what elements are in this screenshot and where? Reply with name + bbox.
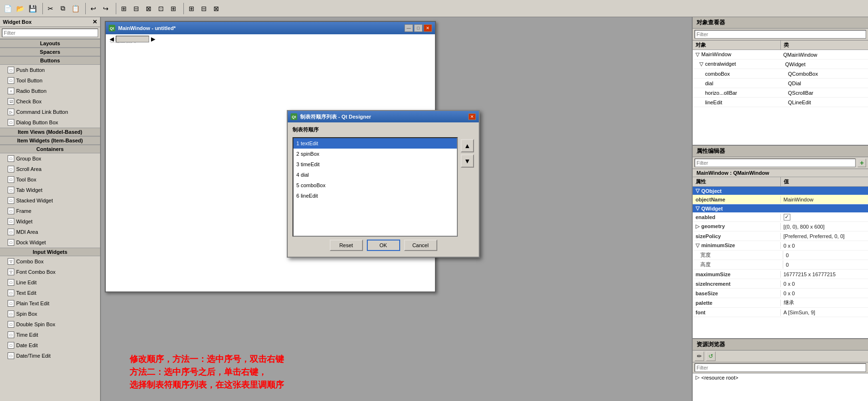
tab-order-dialog[interactable]: Qt 制表符顺序列表 - Qt Designer ✕ 制表符顺序 1 textE…	[287, 110, 480, 258]
wb-item-dialog-button-box[interactable]: □Dialog Button Box	[0, 117, 100, 128]
minimumsize-expand[interactable]: ▽	[696, 242, 699, 248]
prop-name-sizepolicy: sizePolicy	[693, 233, 781, 240]
qt-content[interactable]: 在这里输入 0:00 ▲ ▼	[106, 34, 435, 47]
prop-row-sizeincrement[interactable]: sizeIncrement 0 x 0	[693, 279, 868, 289]
wb-item-tool-box[interactable]: □Tool Box	[0, 174, 100, 185]
resource-browser-filter-input[interactable]	[695, 363, 866, 372]
canvas-area[interactable]: Qt MainWindow - untitled* — □ ✕ 在这里输入	[101, 17, 692, 401]
canvas-scrollbar[interactable]: ◀ ▶	[110, 36, 155, 42]
wb-item-stacked-widget[interactable]: □Stacked Widget	[0, 195, 100, 206]
prop-row-minimumsize[interactable]: ▽minimumSize 0 x 0	[693, 241, 868, 251]
prop-section-qobject-expand[interactable]: ▽	[696, 188, 699, 194]
qt-close-button[interactable]: ✕	[424, 24, 432, 32]
dialog-close-button[interactable]: ✕	[468, 113, 476, 120]
dialog-listbox[interactable]: 1 textEdit 2 spinBox 3 timeEdit 4 dial 5…	[293, 137, 458, 237]
dialog-cancel-button[interactable]: Cancel	[404, 240, 437, 251]
resource-edit-button[interactable]: ✏	[695, 351, 704, 361]
dialog-reset-button[interactable]: Reset	[330, 240, 363, 251]
dialog-list-item-1[interactable]: 1 textEdit	[293, 138, 457, 149]
obj-row-centralwidget[interactable]: ▽centralwidget QWidget	[693, 60, 868, 69]
wb-item-command-link-button[interactable]: ▷Command Link Button	[0, 107, 100, 117]
scroll-left-arrow[interactable]: ◀	[110, 36, 114, 42]
dialog-list-item-5[interactable]: 5 comboBox	[293, 180, 457, 190]
open-button[interactable]: 📂	[14, 3, 26, 14]
new-button[interactable]: 📄	[2, 3, 13, 14]
wb-item-tab-widget[interactable]: □Tab Widget	[0, 185, 100, 195]
wb-item-datetime-edit[interactable]: □Date/Time Edit	[0, 351, 100, 361]
qt-minimize-button[interactable]: —	[404, 24, 413, 32]
wb-item-check-box[interactable]: ☑Check Box	[0, 96, 100, 107]
paste-button[interactable]: 📋	[70, 3, 81, 14]
align-center-button[interactable]: ⊟	[131, 3, 142, 14]
wb-item-time-edit[interactable]: □Time Edit	[0, 330, 100, 340]
wb-item-tool-button[interactable]: □Tool Button	[0, 75, 100, 86]
wb-item-scroll-area[interactable]: □Scroll Area	[0, 164, 100, 174]
prop-row-basesize[interactable]: baseSize 0 x 0	[693, 289, 868, 298]
prop-row-maximumsize[interactable]: maximumSize 16777215 x 16777215	[693, 270, 868, 279]
resource-refresh-button[interactable]: ↺	[706, 351, 716, 361]
wb-item-dock-widget[interactable]: □Dock Widget	[0, 237, 100, 248]
cut-button[interactable]: ✂	[45, 3, 56, 14]
dialog-move-up-button[interactable]: ▲	[461, 139, 474, 152]
dialog-ok-button[interactable]: OK	[367, 240, 400, 251]
enabled-checkbox[interactable]: ✓	[784, 214, 790, 221]
align-left-button[interactable]: ⊞	[118, 3, 130, 14]
dialog-list-item-6[interactable]: 6 lineEdit	[293, 190, 457, 201]
prop-row-width[interactable]: 宽度 0	[693, 251, 868, 260]
scroll-thumb[interactable]	[116, 36, 149, 42]
prop-row-palette[interactable]: palette 继承	[693, 298, 868, 308]
wb-item-mdi-area[interactable]: □MDI Area	[0, 227, 100, 237]
wb-item-push-button[interactable]: □Push Button	[0, 65, 100, 75]
prop-row-font[interactable]: font A [SimSun, 9]	[693, 308, 868, 317]
wb-item-widget[interactable]: □Widget	[0, 216, 100, 227]
obj-row-dial[interactable]: dial QDial	[693, 79, 868, 88]
obj-row-lineedit[interactable]: lineEdit QLineEdit	[693, 98, 868, 107]
undo-button[interactable]: ↩	[88, 3, 99, 14]
prop-row-geometry[interactable]: ▷geometry [(0, 0), 800 x 600]	[693, 222, 868, 231]
property-add-button[interactable]: +	[858, 159, 866, 167]
grid-layout-button[interactable]: ⊟	[198, 3, 210, 14]
wb-item-line-edit[interactable]: □Line Edit	[0, 277, 100, 288]
obj-expand-centralwidget[interactable]: ▽	[699, 61, 703, 67]
obj-row-scrollbar[interactable]: horizo...ollBar QScrollBar	[693, 88, 868, 98]
prop-row-enabled[interactable]: enabled ✓	[693, 212, 868, 222]
dialog-list-item-4[interactable]: 4 dial	[293, 170, 457, 180]
wb-item-font-combo-box[interactable]: ▽Font Combo Box	[0, 267, 100, 277]
splitter-button[interactable]: ⊠	[211, 3, 222, 14]
save-button[interactable]: 💾	[27, 3, 38, 14]
prop-row-height[interactable]: 高度 0	[693, 260, 868, 270]
wb-item-plain-text-edit[interactable]: □Plain Text Edit	[0, 298, 100, 309]
wb-item-radio-button[interactable]: ○Radio Button	[0, 86, 100, 96]
wb-item-frame[interactable]: □Frame	[0, 206, 100, 216]
wb-item-date-edit[interactable]: □Date Edit	[0, 340, 100, 351]
align-right-button[interactable]: ⊠	[143, 3, 154, 14]
copy-button[interactable]: ⧉	[57, 3, 69, 14]
wb-item-text-edit[interactable]: □Text Edit	[0, 288, 100, 298]
dialog-move-down-button[interactable]: ▼	[461, 154, 474, 168]
redo-button[interactable]: ↪	[100, 3, 111, 14]
wb-item-spin-box[interactable]: □Spin Box	[0, 309, 100, 319]
prop-section-qwidget-expand[interactable]: ▽	[696, 205, 699, 211]
align-bottom-button[interactable]: ⊞	[168, 3, 179, 14]
wb-item-group-box[interactable]: □Group Box	[0, 153, 100, 164]
object-inspector-filter-input[interactable]	[695, 30, 866, 39]
wb-item-combo-box[interactable]: ▽Combo Box	[0, 256, 100, 267]
prop-row-sizepolicy[interactable]: sizePolicy [Preferred, Preferred, 0, 0]	[693, 231, 868, 241]
wb-item-double-spin-box[interactable]: □Double Spin Box	[0, 319, 100, 330]
prop-row-objectname[interactable]: objectName MainWindow	[693, 195, 868, 204]
property-filter-input[interactable]	[695, 159, 856, 167]
dialog-list-item-2[interactable]: 2 spinBox	[293, 149, 457, 159]
obj-row-combobox[interactable]: comboBox QComboBox	[693, 69, 868, 79]
qt-restore-button[interactable]: □	[414, 24, 423, 32]
widget-box-close-icon[interactable]: ✕	[92, 19, 97, 25]
dialog-list-item-3[interactable]: 3 timeEdit	[293, 159, 457, 170]
resource-root-expand[interactable]: ▷	[696, 374, 699, 381]
resource-root-item[interactable]: ▷ <resource root>	[696, 374, 865, 381]
scroll-right-arrow[interactable]: ▶	[151, 36, 155, 42]
geometry-expand[interactable]: ▷	[696, 223, 699, 229]
align-top-button[interactable]: ⊡	[155, 3, 167, 14]
obj-expand-mainwindow[interactable]: ▽	[696, 51, 699, 57]
obj-row-mainwindow[interactable]: ▽MainWindow QMainWindow	[693, 50, 868, 60]
widget-box-filter-input[interactable]	[2, 29, 98, 37]
form-layout-button[interactable]: ⊞	[186, 3, 197, 14]
